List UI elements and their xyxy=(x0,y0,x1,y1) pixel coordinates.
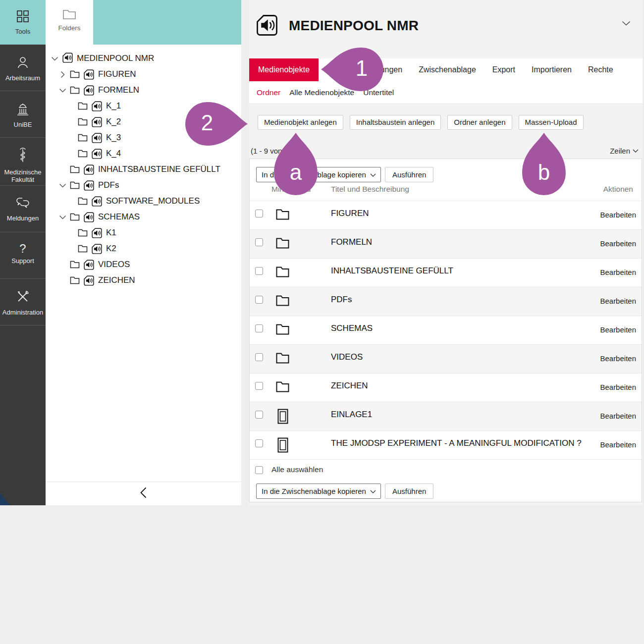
tree-item[interactable]: FORMELN xyxy=(46,82,241,98)
expander-chevron-icon[interactable] xyxy=(51,56,62,61)
subtab[interactable]: Untertitel xyxy=(363,81,394,104)
table-row: EINLAGE1 Bearbeiten xyxy=(250,402,642,430)
folder-icon xyxy=(70,213,80,221)
tree-item[interactable]: SCHEMAS xyxy=(46,209,241,225)
tree-item-label: FIGUREN xyxy=(98,69,136,79)
edit-link[interactable]: Bearbeiten xyxy=(600,325,636,334)
row-title[interactable]: EINLAGE1 xyxy=(331,410,372,420)
row-title[interactable]: SCHEMAS xyxy=(331,323,373,333)
tab[interactable]: Export xyxy=(492,58,515,81)
mediapool-icon xyxy=(255,13,279,39)
row-checkbox[interactable] xyxy=(255,411,263,419)
folders-panel: Folders xyxy=(46,0,241,505)
select-all-checkbox[interactable] xyxy=(255,466,263,474)
row-checkbox[interactable] xyxy=(255,267,263,275)
sidebar-item-meldungen[interactable]: Meldungen xyxy=(0,186,46,232)
tree-item[interactable]: FIGUREN xyxy=(46,66,241,82)
edit-link[interactable]: Bearbeiten xyxy=(600,268,636,276)
chevron-down-icon xyxy=(633,149,639,153)
table-row: INHALTSBAUSTEINE GEFÜLLT Bearbeiten xyxy=(250,258,642,287)
action-button[interactable]: Massen-Upload xyxy=(519,115,584,130)
table-row: FORMELN Bearbeiten xyxy=(250,229,642,258)
mediapool-icon xyxy=(83,259,95,270)
sidebar-item-administration[interactable]: Administration xyxy=(0,279,46,325)
tab-folders[interactable]: Folders xyxy=(46,0,93,45)
row-checkbox[interactable] xyxy=(255,382,263,390)
bulk-action-value: In die Zwischenablage kopieren xyxy=(262,487,366,495)
row-checkbox[interactable] xyxy=(255,353,263,361)
expander-chevron-icon[interactable] xyxy=(59,72,70,77)
mediapool-icon xyxy=(83,85,95,96)
sidebar-item-arbeitsraum[interactable]: Arbeitsraum xyxy=(0,45,46,91)
tab[interactable]: Einstellungen xyxy=(355,58,402,81)
tab[interactable]: Zwischenablage xyxy=(419,58,476,81)
crossed-tools-icon xyxy=(0,290,46,306)
tree-item[interactable]: ZEICHEN xyxy=(46,272,241,288)
subtab[interactable]: Alle Medienobjekte xyxy=(289,81,354,104)
collapse-header-chevron-icon[interactable] xyxy=(622,19,631,28)
column-title: Titel und Beschreibung xyxy=(331,185,409,194)
mediapool-icon xyxy=(91,196,103,207)
row-checkbox[interactable] xyxy=(255,324,263,332)
folder-icon xyxy=(276,209,289,222)
edit-link[interactable]: Bearbeiten xyxy=(600,383,636,391)
edit-link[interactable]: Bearbeiten xyxy=(600,297,636,305)
edit-link[interactable]: Bearbeiten xyxy=(600,440,636,449)
row-title[interactable]: FORMELN xyxy=(331,237,372,247)
tree-item[interactable]: VIDEOS xyxy=(46,257,241,272)
row-title[interactable]: PDFs xyxy=(331,295,352,305)
sidebar-item-medizinische-fakultaet[interactable]: Medizinische Fakultät xyxy=(0,138,46,186)
edit-link[interactable]: Bearbeiten xyxy=(600,211,636,219)
page-title: MEDIENPOOL NMR xyxy=(289,18,419,34)
folder-icon xyxy=(276,353,289,366)
sidebar-item-support[interactable]: ? Support xyxy=(0,232,46,279)
tree-item[interactable]: K_1 xyxy=(46,98,241,114)
action-button[interactable]: Ordner anlegen xyxy=(447,115,512,130)
subtab[interactable]: Ordner xyxy=(257,81,280,104)
row-checkbox[interactable] xyxy=(255,210,263,217)
expander-chevron-icon[interactable] xyxy=(59,88,70,93)
asclepius-staff-icon xyxy=(0,148,46,165)
tree-item[interactable]: K_4 xyxy=(46,146,241,161)
tab[interactable]: Importieren xyxy=(532,58,572,81)
row-title[interactable]: ZEICHEN xyxy=(331,381,368,391)
sidebar-item-unibe[interactable]: UniBE xyxy=(0,91,46,138)
execute-button[interactable]: Ausführen xyxy=(385,483,433,499)
sidebar-item-tools[interactable]: Tools xyxy=(0,0,46,45)
tree-item[interactable]: INHALTSBAUSTEINE GEFÜLLT xyxy=(46,161,241,177)
tab[interactable]: Rechte xyxy=(588,58,613,81)
action-button[interactable]: Inhaltsbaustein anlegen xyxy=(350,115,441,130)
tree-item[interactable]: K_2 xyxy=(46,114,241,130)
tab[interactable]: Medienobjekte xyxy=(249,58,319,81)
tree-item-label: SOFTWARE_MODULES xyxy=(106,196,200,206)
row-checkbox[interactable] xyxy=(255,439,263,447)
media-object-icon xyxy=(277,409,288,426)
mediapool-icon xyxy=(91,101,103,112)
collapse-panel-button[interactable] xyxy=(140,487,147,500)
expander-chevron-icon[interactable] xyxy=(59,183,70,188)
tree-item[interactable]: K2 xyxy=(46,241,241,257)
row-title[interactable]: FIGUREN xyxy=(331,209,369,218)
edit-link[interactable]: Bearbeiten xyxy=(600,412,636,420)
expander-chevron-icon[interactable] xyxy=(59,215,70,219)
folder-icon xyxy=(78,245,88,253)
row-title[interactable]: INHALTSBAUSTEINE GEFÜLLT xyxy=(331,266,453,276)
rows-dropdown[interactable]: Zeilen xyxy=(610,147,639,155)
tree-item[interactable]: MEDIENPOOL NMR xyxy=(46,51,241,66)
folder-icon xyxy=(78,150,88,158)
grid-tools-icon xyxy=(0,10,46,25)
edit-link[interactable]: Bearbeiten xyxy=(600,239,636,248)
bulk-action-select[interactable]: In die Zwischenablage kopieren xyxy=(256,483,381,499)
edit-link[interactable]: Bearbeiten xyxy=(600,354,636,363)
tree-item-label: K_3 xyxy=(106,133,121,143)
tree-item[interactable]: K_3 xyxy=(46,130,241,146)
tree-item[interactable]: PDFs xyxy=(46,177,241,193)
folder-icon xyxy=(276,267,289,279)
action-button[interactable]: Medienobjekt anlegen xyxy=(258,115,343,130)
tree-item[interactable]: SOFTWARE_MODULES xyxy=(46,193,241,209)
tree-item[interactable]: K1 xyxy=(46,225,241,241)
row-title[interactable]: THE JMODSP EXPERIMENT - A MEANINGFUL MOD… xyxy=(331,438,582,448)
row-checkbox[interactable] xyxy=(255,238,263,246)
row-title[interactable]: VIDEOS xyxy=(331,352,363,362)
row-checkbox[interactable] xyxy=(255,296,263,304)
